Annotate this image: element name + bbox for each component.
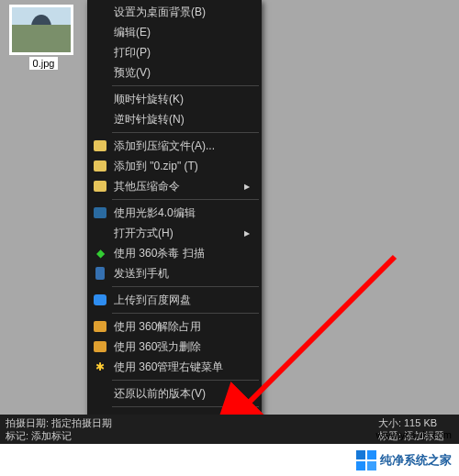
menu-separator bbox=[112, 85, 259, 86]
delete-icon bbox=[92, 338, 108, 355]
watermark-text: 纯净系统之家 bbox=[380, 452, 452, 469]
status-tag-value[interactable]: 添加标记 bbox=[31, 430, 72, 441]
menu-label: 其他压缩命令 bbox=[114, 179, 180, 194]
menu-open-with[interactable]: 打开方式(H)▶ bbox=[88, 223, 261, 243]
status-size-value: 115 KB bbox=[404, 417, 437, 428]
archive-icon bbox=[92, 178, 108, 194]
menu-label: 逆时针旋转(N) bbox=[114, 112, 185, 127]
menu-separator bbox=[112, 132, 259, 133]
submenu-arrow-icon: ▶ bbox=[244, 183, 250, 191]
archive-icon bbox=[92, 138, 108, 154]
menu-label: 还原以前的版本(V) bbox=[114, 386, 206, 402]
menu-baidu-upload[interactable]: 上传到百度网盘 bbox=[88, 290, 261, 310]
menu-send-phone[interactable]: 发送到手机 bbox=[88, 263, 261, 283]
menu-label: 设置为桌面背景(B) bbox=[114, 5, 206, 20]
menu-label: 使用 360杀毒 扫描 bbox=[114, 246, 205, 261]
menu-separator bbox=[112, 286, 259, 287]
menu-menu-mgr-360[interactable]: ✱使用 360管理右键菜单 bbox=[88, 357, 261, 377]
menu-label: 添加到 "0.zip" (T) bbox=[114, 159, 198, 174]
svg-line-1 bbox=[239, 257, 395, 413]
menu-label: 打印(P) bbox=[114, 45, 151, 61]
file-label: 0.jpg bbox=[29, 57, 59, 70]
phone-icon bbox=[92, 265, 108, 282]
menu-add-archive[interactable]: 添加到压缩文件(A)... bbox=[88, 136, 261, 156]
menu-separator bbox=[112, 313, 259, 314]
watermark: www.ycswjs.com 纯净系统之家 bbox=[0, 444, 459, 476]
menu-print[interactable]: 打印(P) bbox=[88, 42, 261, 62]
menu-separator bbox=[112, 199, 259, 200]
photo-icon bbox=[92, 205, 108, 221]
menu-label: 添加到压缩文件(A)... bbox=[114, 138, 215, 154]
shield-icon: ◆ bbox=[92, 245, 108, 261]
status-tag-label: 标记: bbox=[6, 430, 28, 441]
menu-label: 使用 360解除占用 bbox=[114, 319, 201, 335]
menu-set-wallpaper[interactable]: 设置为桌面背景(B) bbox=[88, 2, 261, 22]
menu-restore-prev[interactable]: 还原以前的版本(V) bbox=[88, 383, 261, 404]
file-item[interactable]: 0.jpg bbox=[9, 5, 78, 70]
menu-photo-edit[interactable]: 使用光影4.0编辑 bbox=[88, 203, 261, 223]
menu-label: 打开方式(H) bbox=[114, 226, 174, 241]
watermark-url: www.ycswjs.com bbox=[375, 429, 452, 440]
menu-label: 使用 360管理右键菜单 bbox=[114, 360, 223, 375]
folder-icon bbox=[92, 318, 108, 335]
menu-preview[interactable]: 预览(V) bbox=[88, 62, 261, 83]
status-date-label: 拍摄日期: bbox=[6, 417, 49, 428]
status-size-label: 大小: bbox=[378, 417, 401, 428]
cloud-icon bbox=[92, 292, 108, 308]
menu-label: 预览(V) bbox=[114, 65, 151, 81]
menu-separator bbox=[112, 380, 259, 381]
menu-label: 使用 360强力删除 bbox=[114, 339, 201, 355]
menu-label: 使用光影4.0编辑 bbox=[114, 205, 196, 221]
menu-label: 顺时针旋转(K) bbox=[114, 92, 184, 107]
menu-rotate-ccw[interactable]: 逆时针旋转(N) bbox=[88, 109, 261, 129]
status-date-value[interactable]: 指定拍摄日期 bbox=[51, 417, 112, 428]
watermark-logo-icon bbox=[356, 450, 376, 470]
menu-scan-360[interactable]: ◆使用 360杀毒 扫描 bbox=[88, 243, 261, 263]
menu-label: 发送到手机 bbox=[114, 266, 169, 282]
menu-force-del-360[interactable]: 使用 360强力删除 bbox=[88, 337, 261, 357]
menu-add-zip[interactable]: 添加到 "0.zip" (T) bbox=[88, 156, 261, 176]
menu-separator bbox=[112, 406, 259, 407]
menu-rotate-cw[interactable]: 顺时针旋转(K) bbox=[88, 89, 261, 109]
archive-icon bbox=[92, 158, 108, 174]
menu-label: 上传到百度网盘 bbox=[114, 293, 191, 308]
file-thumbnail bbox=[9, 5, 73, 55]
menu-unlock-360[interactable]: 使用 360解除占用 bbox=[88, 316, 261, 337]
menu-edit[interactable]: 编辑(E) bbox=[88, 22, 261, 42]
gear-icon: ✱ bbox=[92, 359, 108, 375]
menu-label: 编辑(E) bbox=[114, 25, 151, 40]
menu-other-compress[interactable]: 其他压缩命令▶ bbox=[88, 176, 261, 196]
context-menu: 设置为桌面背景(B) 编辑(E) 打印(P) 预览(V) 顺时针旋转(K) 逆时… bbox=[87, 0, 262, 476]
submenu-arrow-icon: ▶ bbox=[244, 229, 250, 238]
